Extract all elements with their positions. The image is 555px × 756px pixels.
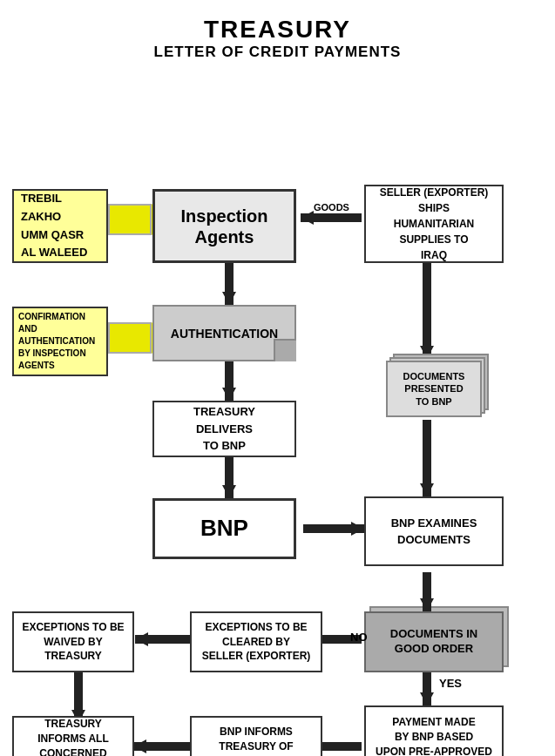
ti-line3: CONCERNED PARTIES — [17, 746, 129, 756]
conf-line1: CONFIRMATION — [18, 311, 85, 323]
conf-line3: AUTHENTICATION — [18, 335, 95, 348]
docs-good-order-box: DOCUMENTS IN GOOD ORDER — [364, 611, 504, 672]
svg-marker-9 — [351, 522, 364, 536]
exceptions-treasury-box: EXCEPTIONS TO BE WAIVED BY TREASURY — [12, 611, 134, 672]
treasury-informs-box: TREASURY INFORMS ALL CONCERNED PARTIES — [12, 716, 134, 756]
es-line3: SELLER (EXPORTER) — [202, 649, 311, 664]
location-zakho: ZAKHO — [21, 208, 61, 226]
location-trebil: TREBIL — [21, 190, 62, 208]
flow-diagram: TREBIL ZAKHO UMM QASR AL WALEED CONFIRMA… — [0, 71, 555, 756]
seller-line5: IRAQ — [421, 247, 447, 263]
et-line1: EXCEPTIONS TO BE — [22, 620, 124, 635]
bnp-label: BNP — [200, 514, 248, 543]
no-label: NO — [350, 631, 368, 644]
svg-marker-5 — [222, 388, 236, 401]
confirmation-box: CONFIRMATION AND AUTHENTICATION BY INSPE… — [12, 307, 108, 376]
bnpe-line2: DOCUMENTS — [397, 531, 470, 549]
pm-line2: BY BNP BASED — [395, 730, 473, 745]
seller-box: SELLER (EXPORTER) SHIPS HUMANITARIAN SUP… — [364, 185, 504, 263]
dgo-line1: DOCUMENTS IN — [390, 627, 477, 642]
pm-line3: UPON PRE-APPROVED — [376, 745, 492, 756]
bi-line1: BNP INFORMS — [220, 725, 293, 739]
td-line1: TREASURY — [193, 403, 255, 421]
doc-line2: PRESENTED — [403, 382, 465, 395]
goods-label: GOODS — [314, 202, 349, 213]
svg-marker-1 — [301, 211, 314, 225]
td-line2: DELIVERS — [196, 421, 253, 438]
svg-marker-15 — [420, 598, 434, 611]
bnp-informs-box: BNP INFORMS TREASURY OF PAYMENTS MADE — [190, 716, 322, 756]
bi-line2: TREASURY OF — [219, 739, 293, 754]
svg-marker-7 — [222, 485, 236, 498]
et-line3: TREASURY — [44, 649, 102, 664]
doc-line1: DOCUMENTS — [403, 370, 465, 382]
conf-line4: BY INSPECTION — [18, 348, 86, 360]
location-waleed: AL WALEED — [21, 244, 87, 262]
title-line1: TREASURY — [0, 16, 555, 44]
svg-marker-13 — [420, 483, 434, 496]
documents-presented-stack: DOCUMENTS PRESENTED TO BNP — [386, 361, 482, 417]
svg-marker-21 — [420, 692, 434, 705]
seller-line3: HUMANITARIAN — [394, 216, 474, 232]
dgo-line2: GOOD ORDER — [395, 642, 473, 657]
payment-made-box: PAYMENT MADE BY BNP BASED UPON PRE-APPRO… — [364, 705, 504, 756]
conf-line5: AGENTS — [18, 360, 55, 372]
bnpe-line1: BNP EXAMINES — [391, 515, 477, 532]
inspection-agents-box: Inspection Agents — [152, 189, 296, 263]
ti-line2: INFORMS ALL — [37, 732, 109, 746]
svg-marker-3 — [222, 292, 236, 305]
td-line3: TO BNP — [203, 437, 246, 455]
locations-box: TREBIL ZAKHO UMM QASR AL WALEED — [12, 189, 108, 263]
authentication-label: AUTHENTICATION — [171, 327, 278, 341]
title-line2: LETTER OF CREDIT PAYMENTS — [0, 44, 555, 61]
page-title: TREASURY LETTER OF CREDIT PAYMENTS — [0, 0, 555, 64]
ti-line1: TREASURY — [44, 717, 102, 732]
location-umm: UMM QASR — [21, 226, 84, 245]
bnp-examines-box: BNP EXAMINES DOCUMENTS — [364, 496, 504, 566]
authentication-box: AUTHENTICATION — [152, 305, 296, 361]
et-line2: WAIVED BY — [44, 635, 102, 650]
es-line2: CLEARED BY — [222, 635, 290, 650]
doc-line3: TO BNP — [403, 395, 465, 408]
inspection-agents-label: Inspection Agents — [155, 206, 294, 247]
exceptions-seller-box: EXCEPTIONS TO BE CLEARED BY SELLER (EXPO… — [190, 611, 322, 672]
conf-line2: AND — [18, 323, 37, 335]
yes-label: YES — [439, 677, 462, 690]
svg-marker-25 — [133, 739, 146, 753]
pm-line1: PAYMENT MADE — [392, 715, 475, 730]
seller-line2: SHIPS — [418, 200, 450, 216]
treasury-delivers-box: TREASURY DELIVERS TO BNP — [152, 401, 296, 457]
es-line1: EXCEPTIONS TO BE — [205, 620, 307, 635]
seller-line4: SUPPLIES TO — [399, 232, 468, 247]
bnp-box: BNP — [152, 498, 296, 559]
seller-line1: SELLER (EXPORTER) — [380, 185, 489, 200]
svg-marker-19 — [135, 632, 148, 646]
